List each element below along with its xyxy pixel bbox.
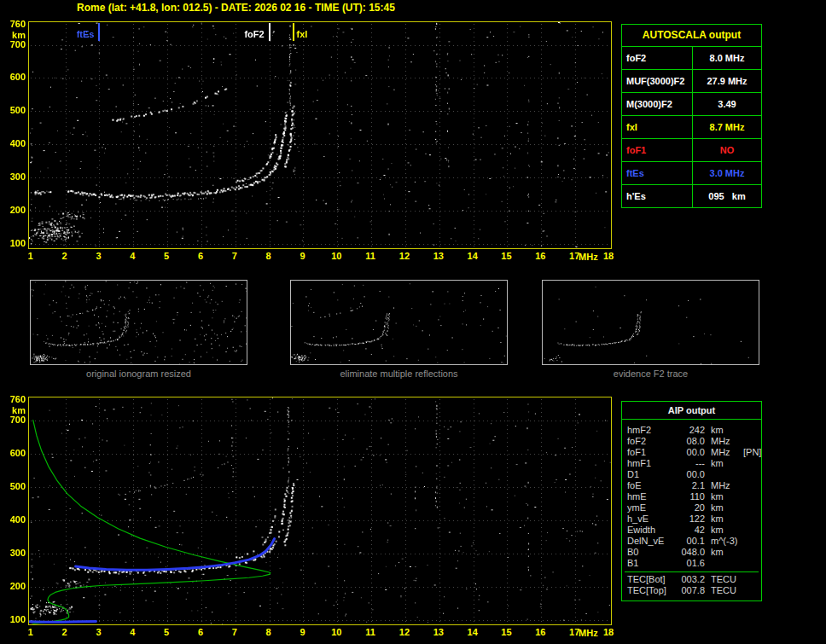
y-tick-label: 760 (2, 19, 26, 29)
autoscala-window: Rome (lat: +41.8, lon: 012.5) - DATE: 20… (0, 0, 826, 644)
row-label: TEC[Bot] (627, 574, 676, 585)
table-row: foF100.0MHz[PN] (622, 447, 761, 458)
table-row: Ewidth42km (622, 525, 761, 536)
x-tick-label: 8 (259, 251, 278, 261)
table-row: B101.6 (622, 558, 761, 569)
thumb-canvas (291, 281, 507, 364)
x-axis-unit: MHz (579, 628, 598, 638)
ionogram-plot: ftEsfoF2fxI (28, 21, 612, 249)
row-note (742, 536, 761, 547)
row-value: 27.9 MHz (693, 70, 761, 92)
x-tick-label: 13 (429, 627, 448, 637)
row-unit (705, 469, 742, 480)
row-value: 00.0 (676, 469, 705, 480)
row-value: 08.0 (676, 436, 705, 447)
row-note (742, 436, 761, 447)
row-unit: MHz (705, 436, 742, 447)
y-tick-label: 600 (2, 448, 26, 458)
thumb-caption: evidence F2 trace (542, 368, 759, 379)
aip-ionogram-plot (28, 397, 612, 625)
x-tick-label: 16 (531, 251, 550, 261)
x-tick-label: 18 (599, 627, 618, 637)
row-label: hmF2 (627, 425, 676, 436)
table-row: foF208.0MHz (622, 436, 761, 447)
row-label: B0 (627, 547, 676, 558)
x-tick-label: 14 (463, 627, 482, 637)
row-value: 01.6 (676, 558, 705, 569)
aip-separator (625, 571, 759, 572)
y-tick-label: 400 (2, 138, 26, 148)
x-tick-label: 16 (531, 627, 550, 637)
row-note (742, 469, 761, 480)
fxI-marker-label: fxI (297, 29, 308, 39)
row-note (742, 458, 761, 469)
row-note: [PN] (742, 447, 761, 458)
row-label: hmF1 (627, 458, 676, 469)
row-label: DelN_vE (627, 536, 676, 547)
row-value: 048.0 (676, 547, 705, 558)
table-row: foE2.1MHz (622, 480, 761, 491)
x-tick-label: 15 (497, 251, 515, 261)
aip-ionogram-canvas (29, 397, 611, 624)
row-unit: m^(-3) (705, 536, 742, 547)
x-tick-label: 6 (191, 627, 210, 637)
row-note (742, 491, 761, 502)
aip-table-header: AIP output (622, 402, 761, 420)
row-note (742, 502, 761, 513)
thumb-f2-trace (542, 280, 759, 365)
foF2-marker-line (269, 23, 270, 41)
table-row: D100.0 (622, 469, 761, 480)
row-unit: km (705, 547, 742, 558)
row-label: h'Es (622, 185, 693, 207)
y-tick-label: 700 (2, 39, 26, 49)
row-label: foF1 (627, 447, 676, 458)
thumb-canvas (31, 281, 247, 364)
row-label: h_vE (627, 513, 676, 525)
y-tick-label: 200 (2, 581, 26, 591)
row-unit: TECU (705, 574, 742, 585)
table-row: fxI 8.7 MHz (622, 116, 761, 139)
x-tick-label: 10 (327, 627, 346, 637)
row-note (742, 513, 761, 525)
y-tick-label: 760 (2, 394, 26, 404)
y-tick-label: 700 (2, 415, 26, 425)
aip-table-body: hmF2242km foF208.0MHz foF100.0MHz[PN] hm… (622, 420, 761, 600)
table-row: h'Es 095 km (622, 185, 761, 207)
x-tick-label: 10 (327, 251, 346, 261)
x-tick-label: 5 (157, 251, 176, 261)
row-label: MUF(3000)F2 (622, 70, 693, 92)
x-tick-label: 1 (21, 251, 40, 261)
row-label: foF2 (622, 47, 693, 69)
x-tick-label: 9 (293, 627, 311, 637)
row-unit: km (705, 458, 742, 469)
table-row: hmF1---km (622, 458, 761, 469)
x-tick-label: 3 (89, 627, 108, 637)
row-value: 122 (676, 513, 705, 525)
row-note (742, 574, 761, 585)
x-tick-label: 4 (123, 251, 142, 261)
x-tick-label: 14 (463, 251, 482, 261)
x-tick-label: 13 (429, 251, 448, 261)
row-value: 42 (676, 525, 705, 536)
table-row: hmF2242km (622, 425, 761, 436)
row-label: fxI (622, 116, 693, 138)
row-note (742, 425, 761, 436)
row-label: foF2 (627, 436, 676, 447)
row-value: 095 km (693, 185, 761, 207)
row-value: 007.8 (676, 585, 705, 596)
aip-output-table: AIP output hmF2242km foF208.0MHz foF100.… (621, 401, 762, 601)
x-tick-label: 7 (225, 627, 244, 637)
x-tick-label: 9 (293, 251, 311, 261)
row-value: 8.0 MHz (693, 47, 761, 69)
row-unit: MHz (705, 447, 742, 458)
row-unit: km (705, 502, 742, 513)
row-unit: TECU (705, 585, 742, 596)
row-value: 110 (676, 491, 705, 502)
row-value: 3.49 (693, 93, 761, 115)
table-row: foF1 NO (622, 139, 761, 162)
row-value: 2.1 (676, 480, 705, 491)
ftEs-marker-label: ftEs (44, 29, 94, 39)
x-tick-label: 18 (599, 251, 618, 261)
row-unit: km (705, 425, 742, 436)
thumb-caption: eliminate multiple reflections (290, 368, 508, 379)
